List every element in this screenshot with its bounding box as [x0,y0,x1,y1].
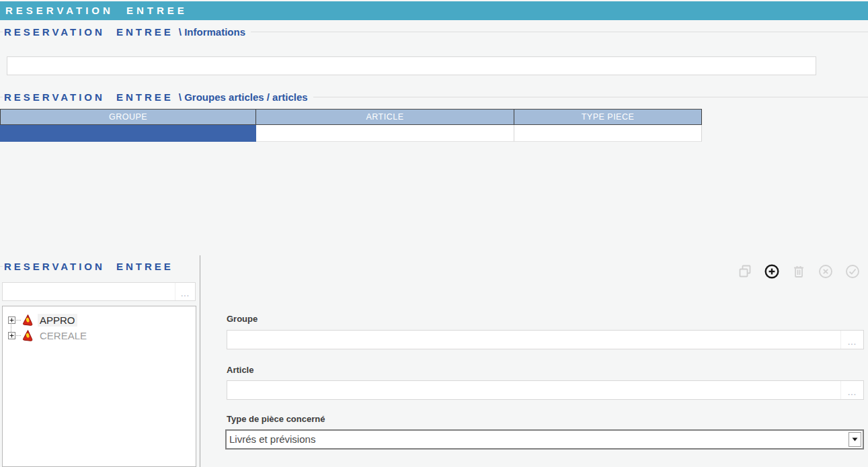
tree-item-label[interactable]: CEREALE [38,329,89,342]
column-header-type-piece[interactable]: TYPE PIECE [514,110,702,124]
groupe-field: ... [227,330,864,349]
validate-icon[interactable] [844,263,861,280]
article-field: ... [227,380,864,400]
tree-search-browse-button[interactable]: ... [175,283,195,300]
groupe-input[interactable] [227,331,840,349]
type-piece-selected-value: Livrés et prévisions [227,431,849,448]
section-informations-header: RESERVATION ENTREE \ Informations [0,25,868,38]
fieldset-line [251,32,868,32]
groups-tree: APPRO CEREALE [2,306,196,467]
type-piece-label: Type de pièce concerné [227,414,325,424]
section-title-suffix: \ Informations [179,26,245,38]
article-label: Article [227,365,253,375]
fieldset-line [0,32,3,32]
tree-item-label[interactable]: APPRO [38,314,77,327]
tree-search-input[interactable] [3,283,175,300]
section-title-caps: RESERVATION ENTREE [4,91,173,103]
group-cone-icon [22,329,35,343]
dropdown-arrow-button[interactable] [849,432,861,447]
app-title: RESERVATION ENTREE [5,5,188,16]
fieldset-line [0,266,3,267]
groupe-label: Groupe [227,314,258,324]
cell-type-piece[interactable] [514,125,702,142]
tree-item-cereale[interactable]: CEREALE [3,328,196,343]
column-header-article[interactable]: ARTICLE [256,110,514,124]
tree-connector [16,320,21,321]
column-header-groupe[interactable]: GROUPE [0,110,256,124]
browser-panel-header: RESERVATION ENTREE [0,259,199,273]
chevron-down-icon [852,437,858,441]
table-row[interactable] [0,125,702,142]
copy-icon[interactable] [737,263,753,280]
groupe-browse-button[interactable]: ... [840,331,863,349]
cell-groupe[interactable] [0,125,256,142]
browser-panel-title: RESERVATION ENTREE [4,261,173,272]
section-groupes-header: RESERVATION ENTREE \ Groupes articles / … [0,90,868,103]
tree-search-box: ... [2,282,196,301]
trash-icon[interactable] [791,263,807,280]
article-browse-button[interactable]: ... [840,381,863,399]
app-title-bar: RESERVATION ENTREE [0,1,868,20]
type-piece-select[interactable]: Livrés et prévisions [225,429,864,450]
expand-plus-icon[interactable] [8,332,15,339]
tree-item-appro[interactable]: APPRO [3,312,196,328]
informations-input[interactable] [7,56,816,75]
record-toolbar [737,263,861,280]
section-title-suffix: \ Groupes articles / articles [179,91,308,103]
cancel-icon[interactable] [818,263,834,280]
tree-connector-vertical [11,323,11,332]
cell-article[interactable] [256,125,514,142]
expand-plus-icon[interactable] [8,316,15,324]
add-icon[interactable] [764,263,780,280]
group-cone-icon [22,314,35,327]
tree-connector [16,335,21,336]
article-input[interactable] [227,381,840,399]
articles-table: GROUPE ARTICLE TYPE PIECE [0,109,702,142]
fieldset-line [313,97,868,97]
section-title-caps: RESERVATION ENTREE [4,26,173,38]
panel-splitter[interactable] [200,255,200,467]
table-header-row: GROUPE ARTICLE TYPE PIECE [0,110,702,125]
fieldset-line [0,97,3,97]
